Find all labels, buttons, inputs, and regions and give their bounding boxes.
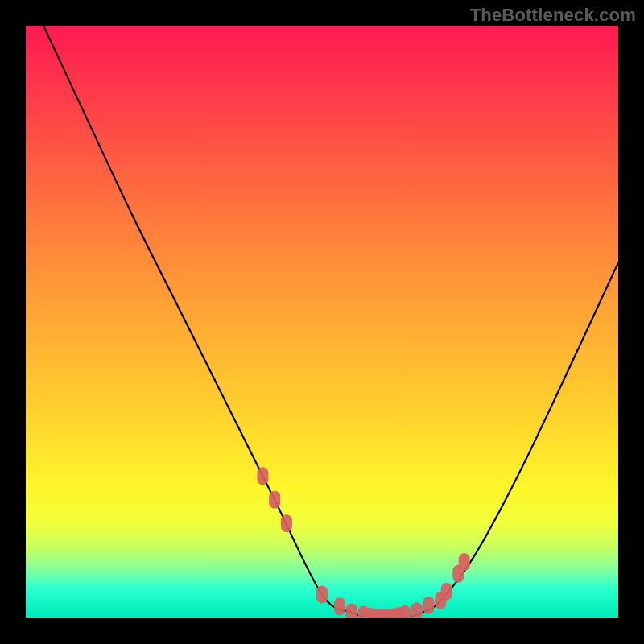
highlight-dot — [269, 491, 280, 509]
highlight-dot — [316, 586, 328, 604]
highlight-dot — [441, 583, 452, 601]
highlight-dot — [334, 597, 345, 615]
watermark-text: TheBottleneck.com — [470, 5, 636, 26]
highlight-dot — [423, 597, 434, 614]
highlight-dot — [346, 604, 357, 618]
curve-line-group — [43, 26, 618, 618]
bottleneck-curve-path — [43, 26, 618, 618]
highlight-dot — [459, 553, 470, 571]
highlight-dot — [257, 467, 268, 485]
highlight-dots-group — [257, 467, 469, 618]
chart-frame: TheBottleneck.com — [0, 0, 644, 644]
highlight-dot — [411, 602, 423, 618]
highlight-dot — [281, 514, 292, 532]
chart-svg — [26, 26, 618, 618]
plot-area — [26, 26, 618, 618]
highlight-dot — [399, 605, 411, 618]
